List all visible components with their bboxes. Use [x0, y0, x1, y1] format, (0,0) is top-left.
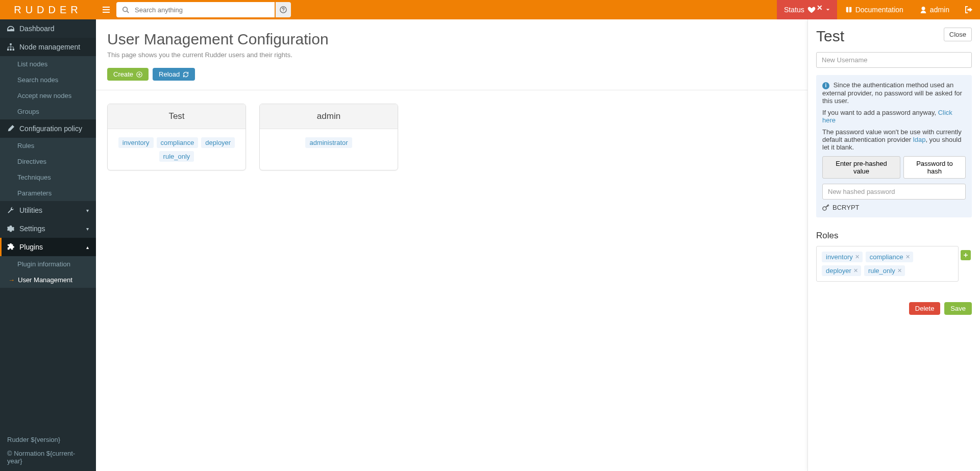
- svg-point-3: [123, 7, 128, 12]
- svg-point-7: [921, 7, 925, 10]
- user-label: admin: [930, 6, 949, 14]
- svg-rect-2: [103, 12, 110, 13]
- heartbeat-icon: [807, 6, 816, 13]
- status-x-icon: ✕: [817, 4, 823, 12]
- search-help-button[interactable]: [276, 2, 291, 17]
- question-icon: [280, 6, 287, 13]
- status-button[interactable]: Status ✕: [777, 0, 837, 19]
- user-icon: [920, 6, 927, 13]
- chevron-down-icon: [826, 8, 830, 12]
- user-menu[interactable]: admin: [912, 0, 958, 19]
- bars-icon: [103, 6, 110, 13]
- status-label: Status: [784, 6, 804, 14]
- logout-button[interactable]: [958, 0, 980, 19]
- book-icon: [845, 6, 852, 13]
- search-icon: [116, 6, 135, 13]
- logo: RUDDER: [0, 0, 96, 19]
- svg-point-6: [283, 11, 283, 12]
- logout-icon: [965, 6, 973, 13]
- menu-toggle[interactable]: [96, 6, 116, 13]
- search-input[interactable]: [135, 2, 275, 17]
- search-box: [116, 2, 275, 17]
- documentation-link[interactable]: Documentation: [837, 0, 912, 19]
- svg-line-4: [127, 11, 129, 13]
- documentation-label: Documentation: [855, 6, 903, 14]
- topbar: RUDDER Status ✕ Documentation admin: [0, 0, 980, 19]
- svg-rect-0: [103, 7, 110, 8]
- svg-rect-1: [103, 9, 110, 10]
